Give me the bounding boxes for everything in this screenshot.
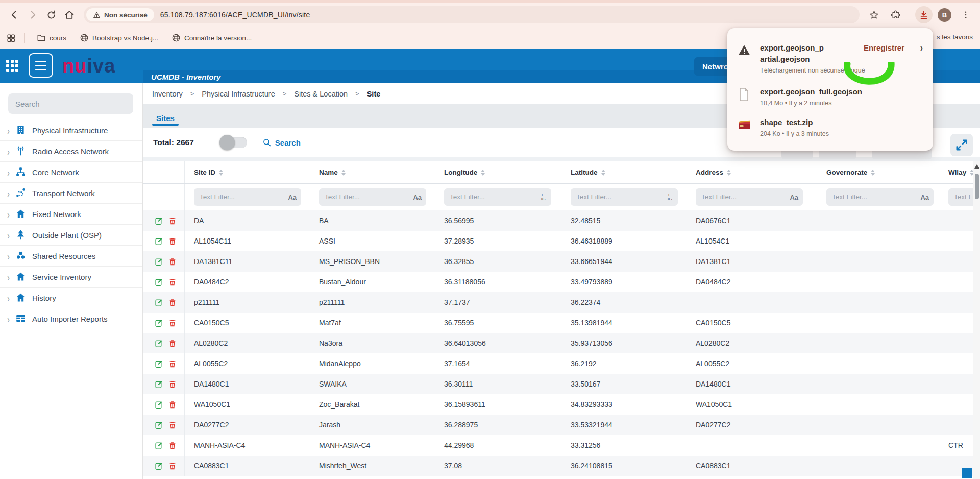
extensions-button[interactable] — [886, 6, 904, 24]
delete-row-button[interactable] — [168, 298, 177, 307]
filter-input-governorate[interactable] — [826, 188, 934, 206]
bookmark-conna-tre-la-version[interactable]: Connaître la version... — [167, 31, 256, 44]
save-anyway-button[interactable]: Enregistrer — [864, 43, 904, 52]
url-text[interactable]: 65.108.79.187:6016/ACE_UCMDB_UI/inv/site — [160, 11, 310, 19]
sidebar-item-transport-network[interactable]: › Transport Network — [0, 183, 142, 204]
table-row[interactable]: p211111p21111137.173736.22374 — [143, 292, 980, 313]
chevron-right-icon[interactable]: › — [920, 42, 923, 54]
column-header-governorate[interactable]: Governorate — [817, 169, 939, 176]
table-row[interactable]: AL1054C11ASSI37.2893536.46318889AL1054C1 — [143, 231, 980, 251]
reload-button[interactable] — [42, 6, 60, 24]
breadcrumb-inventory[interactable]: Inventory — [152, 90, 183, 98]
edit-row-button[interactable] — [155, 339, 163, 348]
edit-row-button[interactable] — [155, 400, 163, 409]
bookmark-bootstrap-vs-node-j[interactable]: Bootstrap vs Node.j... — [76, 31, 162, 44]
filter-input-latitude[interactable] — [571, 188, 678, 206]
download-item-full[interactable]: export.geojson_full.geojson 10,4 Mo • Il… — [727, 86, 933, 107]
sidebar-item-outside-plant-osp[interactable]: › Outside Plant (OSP) — [0, 225, 142, 246]
table-row[interactable]: WA1050C1Zoc_Barakat36.1589361134.8329333… — [143, 394, 980, 415]
sort-icon[interactable] — [601, 170, 605, 176]
delete-row-button[interactable] — [168, 421, 177, 429]
sidebar-item-auto-importer-reports[interactable]: › Auto Importer Reports — [0, 308, 142, 329]
sort-icon[interactable] — [871, 170, 875, 176]
edit-row-button[interactable] — [155, 298, 163, 307]
delete-row-button[interactable] — [168, 339, 177, 348]
sidebar-item-physical-infrastructure[interactable]: › Physical Infrastructure — [0, 120, 142, 141]
map-toggle[interactable] — [220, 137, 247, 148]
table-row[interactable]: DA0484C2Bustan_Aldour36.3118805633.49793… — [143, 272, 980, 292]
sidebar-item-service-inventory[interactable]: › Service Inventory — [0, 267, 142, 288]
toggle-knob[interactable] — [219, 135, 235, 150]
table-row[interactable]: DA1480C1SWAIKA36.3011133.50167DA1480C1 — [143, 374, 980, 394]
scrollbar-thumb[interactable] — [975, 174, 979, 199]
forward-button[interactable] — [23, 6, 42, 24]
table-row[interactable]: DABA36.5699532.48515DA0676C1 — [143, 210, 980, 231]
edit-row-button[interactable] — [155, 462, 163, 470]
delete-row-button[interactable] — [168, 441, 177, 450]
filter-input-name[interactable] — [319, 188, 426, 206]
delete-row-button[interactable] — [168, 257, 177, 266]
table-row[interactable]: AL0280C2Na3ora36.6401305635.93713056AL02… — [143, 333, 980, 353]
browser-menu-button[interactable] — [957, 6, 975, 24]
downloads-button[interactable] — [915, 6, 933, 23]
table-row[interactable]: MANH-ASIA-C4MANH-ASIA-C444.2996833.31256… — [143, 435, 980, 456]
download-item-zip[interactable]: shape_test.zip 204 Ko • Il y a 3 minutes — [727, 117, 933, 137]
table-row[interactable]: DA0277C2Jarash36.28897533.53321944DA0277… — [143, 415, 980, 435]
sort-icon[interactable] — [727, 170, 731, 176]
table-row[interactable]: CA0150C5Mat7af36.7559535.13981944CA0150C… — [143, 313, 980, 333]
edit-row-button[interactable] — [155, 441, 163, 450]
delete-row-button[interactable] — [168, 360, 177, 368]
scrollbar-up-arrow[interactable] — [974, 164, 979, 169]
edit-row-button[interactable] — [155, 380, 163, 389]
table-row[interactable]: DA1381C11MS_PRISON_BBN36.3285533.6665194… — [143, 251, 980, 272]
breadcrumb-physical-infrastructure[interactable]: Physical Infrastructure — [202, 90, 275, 98]
download-filename[interactable]: shape_test.zip — [760, 118, 813, 127]
column-header-address[interactable]: Address — [687, 169, 817, 176]
edit-row-button[interactable] — [155, 360, 163, 368]
sidebar-item-core-network[interactable]: › Core Network — [0, 162, 142, 183]
edit-row-button[interactable] — [155, 217, 163, 225]
column-header-site-id[interactable]: Site ID — [185, 169, 310, 176]
bookmark-cours[interactable]: cours — [33, 31, 70, 44]
column-header-longitude[interactable]: Longitude — [435, 169, 561, 176]
delete-row-button[interactable] — [168, 400, 177, 409]
sort-icon[interactable] — [219, 170, 223, 176]
edit-row-button[interactable] — [155, 237, 163, 246]
delete-row-button[interactable] — [168, 278, 177, 286]
search-button[interactable]: Search — [262, 138, 301, 147]
security-chip[interactable]: Non sécurisé — [86, 8, 154, 21]
sidebar-search-input[interactable] — [8, 93, 133, 114]
sidebar-item-history[interactable]: › History — [0, 288, 142, 308]
delete-row-button[interactable] — [168, 380, 177, 389]
back-button[interactable] — [5, 6, 23, 24]
edit-row-button[interactable] — [155, 257, 163, 266]
delete-row-button[interactable] — [168, 217, 177, 225]
filter-input-longitude[interactable] — [444, 188, 551, 206]
column-header-latitude[interactable]: Latitude — [561, 169, 687, 176]
bookmark-star-button[interactable] — [865, 6, 883, 24]
sidebar-item-fixed-network[interactable]: › Fixed Network — [0, 204, 142, 225]
download-filename[interactable]: export.geojson_full.geojson — [760, 87, 862, 96]
sort-icon[interactable] — [481, 170, 485, 176]
column-header-name[interactable]: Name — [310, 169, 435, 176]
sort-icon[interactable] — [341, 170, 346, 176]
download-filename[interactable]: export.geojson_partial.geojson — [760, 42, 827, 65]
edit-row-button[interactable] — [155, 319, 163, 327]
home-button[interactable] — [60, 6, 79, 24]
table-row[interactable]: AL0055C2MidanAleppo37.165436.2192AL0055C… — [143, 353, 980, 374]
app-launcher-icon[interactable] — [6, 60, 19, 73]
tab-sites[interactable]: Sites — [152, 114, 179, 128]
vertical-scrollbar[interactable] — [973, 161, 980, 479]
nuiva-logo[interactable]: nuiva — [62, 55, 115, 77]
breadcrumb-sites-location[interactable]: Sites & Location — [294, 90, 348, 98]
delete-row-button[interactable] — [168, 462, 177, 470]
hamburger-menu-button[interactable] — [29, 53, 53, 78]
edit-row-button[interactable] — [155, 278, 163, 286]
profile-avatar[interactable]: B — [938, 8, 951, 22]
sidebar-item-radio-access-network[interactable]: › Radio Access Network — [0, 141, 142, 162]
apps-grid-icon[interactable] — [6, 33, 16, 43]
address-bar[interactable]: Non sécurisé 65.108.79.187:6016/ACE_UCMD… — [84, 6, 860, 23]
filter-input-address[interactable] — [696, 188, 803, 206]
edit-row-button[interactable] — [155, 421, 163, 429]
sidebar-item-shared-resources[interactable]: › Shared Resources — [0, 246, 142, 267]
